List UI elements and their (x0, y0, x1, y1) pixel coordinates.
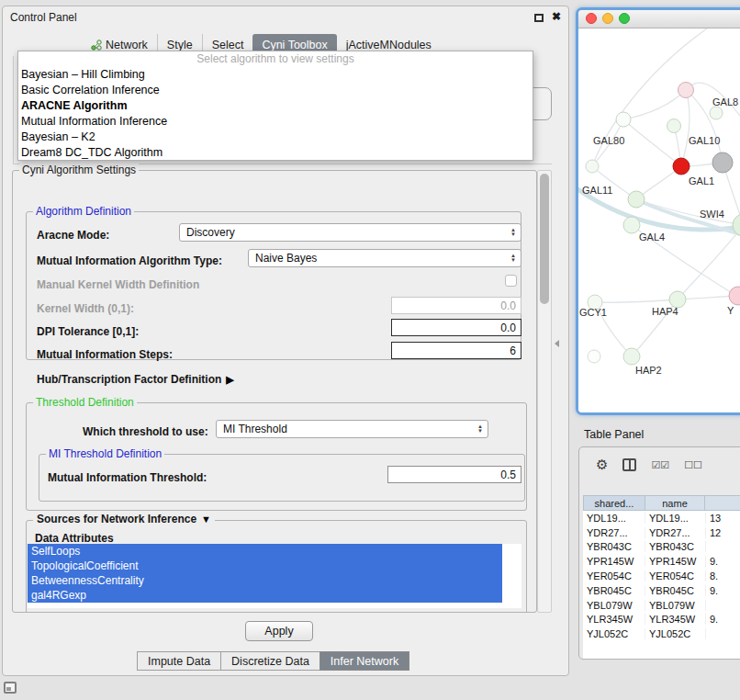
tab-label: Select (212, 39, 244, 51)
manual-kernel-checkbox[interactable] (505, 275, 517, 287)
table-panel-window: ⚙ ☑☑ ☐☐ shared... name YDL19...YDL19...1… (578, 446, 740, 660)
selected-value: Naive Bayes (249, 252, 508, 265)
network-node-gray[interactable] (712, 152, 733, 173)
data-attributes-label: Data Attributes (35, 532, 114, 545)
network-node-label: GAL8 (712, 96, 738, 107)
table-row: YER054CYER054C8. (583, 569, 740, 583)
collapsed-arrow-icon: ▶ (226, 373, 233, 386)
column-header[interactable] (704, 495, 740, 511)
sources-toggle[interactable]: Sources for Network Inference▼ (33, 513, 215, 525)
table-panel-title: Table Panel (584, 428, 644, 441)
network-node[interactable] (623, 348, 640, 365)
chevron-up-down-icon: ▲ ▼ (508, 254, 521, 263)
minimize-button[interactable] (602, 13, 613, 24)
mi-algorithm-type-select[interactable]: Naive Bayes ▲ ▼ (248, 249, 521, 267)
network-node-label: GAL80 (593, 135, 624, 146)
control-panel-window: Control Panel ✖ Network Style Select (2, 6, 569, 676)
network-node[interactable] (667, 119, 681, 133)
deselect-all-icon[interactable]: ☐☐ (684, 459, 702, 471)
table-toolbar: ⚙ ☑☑ ☐☐ (579, 453, 702, 477)
chevron-up-down-icon: ▲ ▼ (508, 228, 521, 237)
network-canvas[interactable]: GAL80 GAL10 GAL11 GAL1 SWI4 GAL4 GAL8 GC… (578, 28, 740, 414)
hub-definition-toggle[interactable]: Hub/Transcription Factor Definition▶ (37, 373, 234, 386)
kernel-width-field[interactable] (391, 297, 521, 314)
network-node-label: GAL1 (689, 175, 714, 186)
close-icon[interactable]: ✖ (552, 10, 561, 23)
gear-icon[interactable]: ⚙ (596, 457, 608, 473)
dropdown-item[interactable]: Dream8 DC_TDC Algorithm (18, 145, 533, 161)
manual-kernel-label: Manual Kernel Width Definition (37, 278, 199, 291)
kernel-width-label: Kernel Width (0,1): (37, 302, 134, 315)
network-node-label: GAL10 (689, 135, 720, 146)
group-title: MI Threshold Definition (46, 447, 164, 460)
network-node[interactable] (628, 191, 645, 208)
dropdown-item[interactable]: Basic Correlation Inference (18, 83, 533, 98)
mi-threshold-label: Mutual Information Threshold: (48, 471, 207, 484)
mi-steps-label: Mutual Information Steps: (37, 348, 173, 361)
mi-threshold-field[interactable] (387, 466, 521, 483)
panel-splitter-arrow[interactable] (555, 340, 559, 347)
select-all-icon[interactable]: ☑☑ (651, 459, 669, 471)
column-header[interactable]: name (645, 495, 705, 511)
node-table: shared... name YDL19...YDL19...13 YDR27.… (583, 495, 740, 659)
dropdown-item[interactable]: Bayesian – K2 (18, 130, 533, 145)
network-node[interactable] (616, 112, 631, 127)
window-titlebar (578, 10, 740, 28)
close-button[interactable] (586, 13, 597, 24)
network-node-label: GAL11 (582, 185, 612, 196)
cyni-algorithm-settings-group: Cyni Algorithm Settings Algorithm Defini… (12, 170, 537, 613)
chevron-up-down-icon: ▲ ▼ (475, 424, 488, 434)
table-row: YDL19...YDL19...13 (583, 511, 740, 525)
which-threshold-label: Which threshold to use: (83, 425, 208, 438)
tab-label: Cyni Toolbox (262, 39, 327, 51)
network-node-label: Y (727, 305, 734, 316)
tab-label: Network (106, 39, 148, 51)
aracne-mode-select[interactable]: Discovery ▲ ▼ (179, 223, 521, 242)
mi-steps-field[interactable] (391, 342, 521, 359)
dpi-tolerance-field[interactable] (391, 319, 521, 336)
network-node-red[interactable] (673, 158, 690, 175)
tab-discretize-data[interactable]: Discretize Data (220, 651, 320, 671)
panel-dock-icon[interactable] (4, 682, 17, 694)
network-node[interactable] (623, 217, 640, 233)
attribute-item-selected[interactable]: BetweennessCentrality (28, 573, 502, 588)
bottom-tab-bar: Impute Data Discretize Data Infer Networ… (137, 651, 409, 671)
tab-impute-data[interactable]: Impute Data (137, 651, 221, 671)
selected-value: Discovery (180, 226, 508, 239)
settings-scrollbar[interactable] (537, 170, 552, 613)
settings-scroll-area: Algorithm Definition Aracne Mode: Discov… (13, 171, 536, 612)
zoom-button[interactable] (619, 13, 630, 24)
network-node[interactable] (588, 350, 600, 363)
float-window-icon[interactable] (534, 14, 544, 22)
network-node[interactable] (710, 107, 723, 119)
group-border-fragment (13, 56, 14, 164)
aracne-mode-label: Aracne Mode: (37, 229, 109, 242)
table-row: YBR045CYBR045C9. (583, 583, 740, 598)
apply-button[interactable]: Apply (245, 621, 313, 641)
dropdown-item[interactable]: Bayesian – Hill Climbing (18, 67, 533, 83)
mi-type-label: Mutual Information Algorithm Type: (37, 254, 222, 267)
network-node[interactable] (678, 83, 694, 98)
network-node-pink[interactable] (729, 287, 740, 305)
tab-label: jActiveMNodules (346, 39, 432, 51)
column-header[interactable]: shared... (583, 495, 645, 511)
dropdown-item-selected[interactable]: ARACNE Algorithm (18, 98, 533, 114)
network-view-window: GAL80 GAL10 GAL11 GAL1 SWI4 GAL4 GAL8 GC… (576, 7, 740, 415)
table-row: YJL052CYJL052C (583, 627, 740, 641)
group-title: Cyni Algorithm Settings (19, 164, 139, 176)
dropdown-placeholder: Select algorithm to view settings (18, 51, 533, 67)
scrollbar-thumb[interactable] (540, 174, 549, 304)
table-row: YLR345WYLR345W9. (583, 613, 740, 627)
tab-infer-network[interactable]: Infer Network (320, 651, 409, 671)
network-node-label: HAP4 (652, 306, 678, 317)
attribute-item-selected[interactable]: TopologicalCoefficient (28, 559, 502, 573)
network-node[interactable] (586, 160, 599, 173)
dropdown-item[interactable]: Mutual Information Inference (18, 114, 533, 130)
group-title: Algorithm Definition (33, 205, 134, 218)
column-icon[interactable] (622, 458, 636, 471)
attribute-item-selected[interactable]: SelfLoops (28, 544, 502, 559)
table-row: YDR27...YDR27...12 (583, 525, 740, 540)
network-node-label: GAL4 (639, 231, 665, 243)
attribute-item-selected[interactable]: gal4RGexp (28, 588, 502, 603)
which-threshold-select[interactable]: MI Threshold ▲ ▼ (216, 420, 488, 438)
